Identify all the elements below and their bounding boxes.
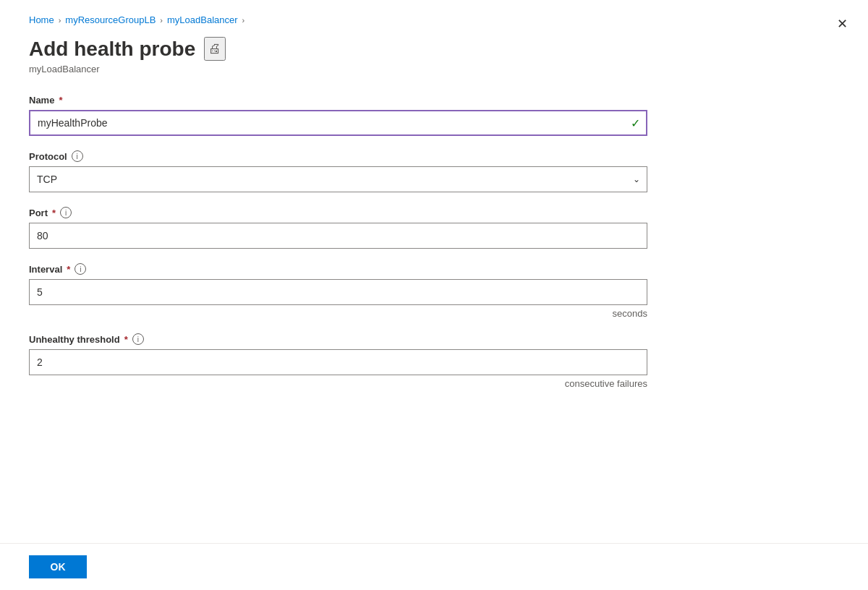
unhealthy-threshold-input[interactable]	[29, 349, 647, 375]
port-label: Port * i	[29, 207, 680, 218]
unhealthy-threshold-label: Unhealthy threshold * i	[29, 333, 680, 345]
protocol-label: Protocol i	[29, 150, 680, 162]
breadcrumb: Home › myResourceGroupLB › myLoadBalance…	[29, 14, 839, 25]
protocol-field-group: Protocol i TCP HTTP HTTPS ⌄	[29, 150, 680, 192]
print-icon: 🖨	[208, 41, 221, 56]
interval-label: Interval * i	[29, 263, 680, 275]
port-field-group: Port * i	[29, 207, 680, 249]
name-required-star: *	[59, 95, 62, 106]
unhealthy-threshold-hint: consecutive failures	[29, 378, 647, 389]
interval-field-group: Interval * i seconds	[29, 263, 680, 319]
unhealthy-threshold-field-group: Unhealthy threshold * i consecutive fail…	[29, 333, 680, 389]
name-input[interactable]	[29, 110, 647, 136]
breadcrumb-sep-3: ›	[242, 16, 245, 25]
ok-button[interactable]: OK	[29, 555, 87, 578]
print-button[interactable]: 🖨	[204, 37, 226, 61]
name-label: Name *	[29, 95, 680, 106]
unhealthy-threshold-required-star: *	[124, 334, 128, 345]
port-info-icon[interactable]: i	[60, 207, 72, 218]
unhealthy-threshold-info-icon[interactable]: i	[132, 333, 144, 345]
name-input-wrapper: ✓	[29, 110, 647, 136]
port-required-star: *	[52, 208, 56, 218]
close-icon: ✕	[837, 17, 848, 31]
breadcrumb-sep-1: ›	[59, 16, 61, 25]
form: Name * ✓ Protocol i TCP HTTP HTTPS ⌄	[29, 95, 680, 389]
protocol-select[interactable]: TCP HTTP HTTPS	[29, 166, 647, 192]
footer-bar: OK	[0, 543, 868, 590]
name-check-icon: ✓	[631, 116, 640, 130]
subtitle: myLoadBalancer	[29, 64, 839, 74]
page-title: Add health probe	[29, 38, 195, 61]
interval-input[interactable]	[29, 279, 647, 305]
interval-required-star: *	[67, 264, 70, 275]
breadcrumb-home[interactable]: Home	[29, 14, 54, 25]
interval-hint: seconds	[29, 308, 647, 319]
breadcrumb-load-balancer[interactable]: myLoadBalancer	[167, 14, 238, 25]
breadcrumb-sep-2: ›	[160, 16, 163, 25]
close-button[interactable]: ✕	[834, 14, 851, 33]
port-input[interactable]	[29, 223, 647, 249]
name-field-group: Name * ✓	[29, 95, 680, 136]
protocol-info-icon[interactable]: i	[72, 150, 83, 162]
breadcrumb-resource-group[interactable]: myResourceGroupLB	[65, 14, 156, 25]
page-header: Add health probe 🖨	[29, 37, 839, 61]
protocol-select-wrapper: TCP HTTP HTTPS ⌄	[29, 166, 647, 192]
interval-info-icon[interactable]: i	[75, 263, 86, 275]
